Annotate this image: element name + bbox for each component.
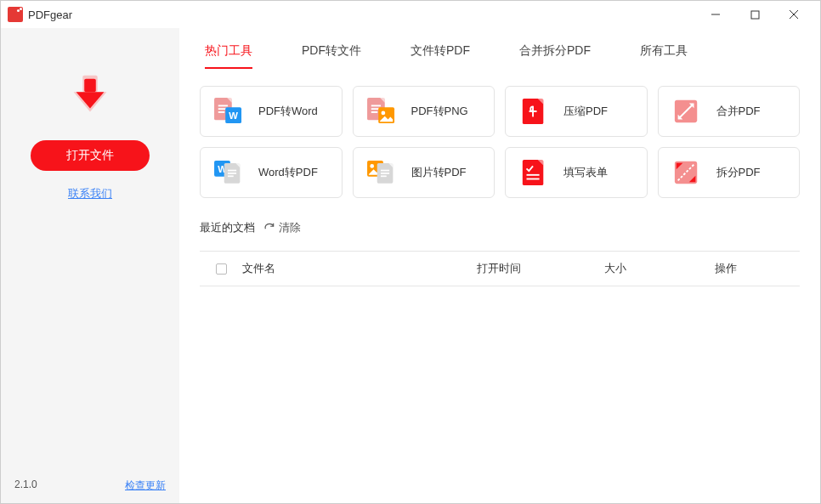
tool-compress-pdf[interactable]: 压缩PDF [505,86,648,137]
col-ops: 操作 [715,261,800,276]
app-logo-icon [8,7,23,22]
tool-image-to-pdf[interactable]: 图片转PDF [353,147,495,198]
app-title: PDFgear [28,8,72,21]
svg-rect-27 [751,11,759,19]
tool-pdf-to-word[interactable]: PDF转Word [200,86,343,137]
fill-form-icon [518,159,550,186]
tool-label: Word转PDF [258,165,318,180]
contact-us-link[interactable]: 联系我们 [68,186,112,201]
sidebar: 打开文件 联系我们 2.1.0 检查更新 [1,28,179,503]
tool-label: PDF转Word [258,104,318,119]
col-open-time: 打开时间 [477,261,604,276]
titlebar: PDFgear [1,1,820,28]
clear-icon [263,222,275,234]
tab-hot-tools[interactable]: 热门工具 [205,43,252,69]
pdf-to-png-icon [365,98,398,125]
tool-label: 拆分PDF [716,165,761,180]
tool-label: 压缩PDF [563,104,608,119]
tool-pdf-to-png[interactable]: PDF转PNG [353,86,495,137]
main-area: 热门工具 PDF转文件 文件转PDF 合并拆分PDF 所有工具 PDF转Word [179,28,820,503]
open-file-button[interactable]: 打开文件 [31,140,150,171]
image-to-pdf-icon [365,159,398,186]
tool-label: 合并PDF [716,104,761,119]
clear-recent-button[interactable]: 清除 [263,220,301,235]
tool-label: 填写表单 [563,165,608,180]
version-label: 2.1.0 [14,479,37,493]
tab-file-to-pdf[interactable]: 文件转PDF [410,43,470,69]
tool-split-pdf[interactable]: 拆分PDF [658,147,801,198]
minimize-button[interactable] [696,1,735,28]
svg-rect-32 [84,79,96,92]
split-pdf-icon [671,159,703,186]
tab-pdf-to-file[interactable]: PDF转文件 [302,43,361,69]
select-all-checkbox[interactable] [216,263,227,275]
clear-label: 清除 [279,220,301,235]
tool-grid: PDF转Word PDF转PNG 压缩PDF 合并PDF [200,86,800,198]
recent-title: 最近的文档 [200,220,255,235]
window-controls [696,1,813,28]
file-list-header: 文件名 打开时间 大小 操作 [200,252,800,286]
tool-label: PDF转PNG [411,104,468,119]
tool-label: 图片转PDF [411,165,467,180]
svg-marker-33 [76,92,105,108]
tool-tabs: 热门工具 PDF转文件 文件转PDF 合并拆分PDF 所有工具 [200,43,800,69]
col-size: 大小 [604,261,715,276]
recent-header: 最近的文档 清除 [200,220,800,235]
separator [200,286,800,286]
check-update-link[interactable]: 检查更新 [125,479,166,493]
tab-merge-split[interactable]: 合并拆分PDF [519,43,591,69]
tool-fill-form[interactable]: 填写表单 [505,147,648,198]
compress-pdf-icon [518,98,550,125]
word-to-pdf-icon [212,159,245,186]
tool-word-to-pdf[interactable]: Word转PDF [200,147,343,198]
maximize-button[interactable] [735,1,774,28]
merge-pdf-icon [671,98,703,125]
close-button[interactable] [774,1,813,28]
drop-arrow-icon [65,71,116,122]
tab-all-tools[interactable]: 所有工具 [640,43,688,69]
tool-merge-pdf[interactable]: 合并PDF [658,86,801,137]
col-filename: 文件名 [242,261,477,276]
pdf-to-word-icon [212,98,245,125]
